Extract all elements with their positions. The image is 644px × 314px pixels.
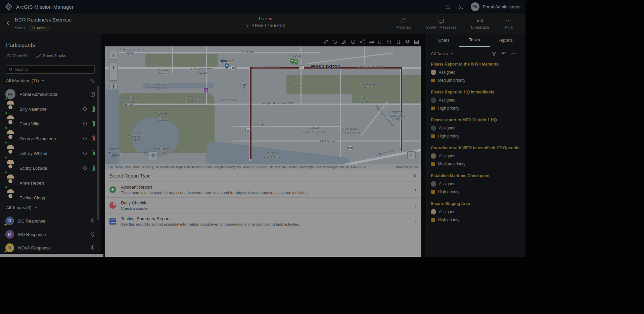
broadcasts-button[interactable]: Broadcasts (471, 18, 490, 29)
team-pin-icon[interactable] (90, 218, 95, 224)
priority-label: Medium priority (438, 162, 465, 166)
map-label: Water Transportation Landing (126, 131, 148, 142)
map-label: Constitution Ave NW (253, 65, 280, 69)
app-launcher-icon[interactable] (445, 4, 451, 10)
battery-icon (92, 107, 95, 112)
member-row[interactable]: Clara Villa (0, 116, 101, 131)
member-row[interactable]: Scotty Lozada (0, 161, 101, 175)
more-button[interactable]: More (504, 18, 513, 29)
map-pin-icon (293, 59, 298, 66)
report-type-tactical-summary[interactable]: Tactical Summary Report Use this report … (105, 213, 421, 229)
participants-panel: Participants View All Show Tracks All Me… (0, 34, 101, 257)
member-list-scrollbar[interactable] (97, 86, 99, 220)
compass-icon[interactable] (109, 82, 118, 91)
member-row[interactable]: Evelyn Clegg (0, 190, 101, 200)
online-status-icon (5, 171, 8, 174)
time-extent-filter-icon (246, 23, 250, 27)
assigned-label: Assigned (439, 182, 455, 186)
zoom-out-button[interactable]: − (109, 72, 118, 80)
share-icon[interactable] (359, 39, 365, 45)
horizontal-scrollbar[interactable] (0, 254, 103, 257)
locate-member-icon[interactable] (82, 106, 88, 112)
live-dot-icon (269, 18, 272, 20)
member-row[interactable]: Billy Valentine (0, 102, 101, 116)
materials-button[interactable]: Materials (396, 18, 411, 29)
all-members-header[interactable]: All Members (11) (6, 78, 95, 83)
task-item[interactable]: Please report to MPD District 1 HQ Assig… (426, 114, 524, 142)
collapse-panel-button[interactable]: « (407, 151, 416, 159)
team-pin-icon[interactable] (90, 232, 95, 237)
layers-icon[interactable] (405, 39, 410, 45)
map-label: National Mall (294, 83, 312, 87)
back-button[interactable] (5, 19, 11, 26)
member-name: Billy Valentine (19, 107, 82, 112)
search-input[interactable] (15, 67, 92, 72)
task-title: Establish Maritime Checkpoint (431, 173, 519, 178)
table-icon[interactable] (414, 39, 419, 45)
history-icon[interactable] (350, 39, 356, 45)
tab-tasks[interactable]: Tasks (459, 34, 490, 47)
mission-header: NCR Readiness Exercise Status: Active Li… (0, 13, 525, 34)
bookmark-icon[interactable] (396, 39, 401, 45)
task-item[interactable]: Coordinate with WFO to establish CP Oper… (426, 142, 524, 170)
task-filter-dropdown[interactable]: All Tasks (431, 51, 454, 56)
user-avatar[interactable]: PA (471, 2, 479, 11)
team-pin-icon[interactable] (90, 245, 95, 250)
task-item[interactable]: Establish Maritime Checkpoint Assigned H… (426, 170, 524, 198)
locate-member-icon[interactable] (82, 151, 88, 156)
more-options-icon[interactable] (511, 51, 516, 56)
locate-button[interactable] (149, 151, 157, 160)
view-all-button[interactable]: View All (6, 53, 27, 58)
dark-mode-icon[interactable] (458, 4, 464, 10)
locate-member-icon[interactable] (82, 121, 88, 126)
assigned-label: Assigned (439, 154, 455, 158)
all-teams-header[interactable]: All Teams (3) (6, 205, 95, 210)
priority-icon (431, 162, 435, 166)
assignee-avatar (431, 153, 436, 159)
zoom-in-button[interactable]: + (109, 63, 118, 72)
team-row[interactable]: N★ NOVA Response (0, 241, 101, 254)
team-row[interactable]: M MD Response (0, 228, 101, 241)
home-button[interactable]: ⌂ (109, 51, 118, 60)
task-item[interactable]: Please Report to HQ Immediately Assigned… (426, 86, 524, 114)
member-row[interactable]: George Shingleton (0, 131, 101, 146)
task-item[interactable]: Please Report to the WWII Memorial Assig… (426, 58, 524, 86)
select-icon[interactable] (332, 39, 338, 45)
geofence-square[interactable] (204, 88, 208, 92)
member-log-icon[interactable] (90, 91, 95, 97)
user-name[interactable]: Portal Administrator (483, 4, 521, 9)
chevron-down-icon (450, 52, 454, 55)
search-icon[interactable] (386, 39, 392, 45)
task-title: Secure Staging Area (431, 201, 519, 206)
participant-search[interactable] (6, 65, 95, 74)
chevron-down-icon (34, 206, 38, 209)
participant-marker-sjlozada[interactable]: sjlozada (216, 59, 237, 70)
extent-icon[interactable] (377, 39, 383, 45)
tab-reports[interactable]: Reports (490, 34, 520, 47)
eraser-icon[interactable] (341, 39, 347, 45)
mission-map[interactable]: 50 1 1 295 Washington Constitution Ave N… (105, 46, 421, 170)
system-messages-button[interactable]: System Messages (426, 18, 456, 29)
member-row[interactable]: PA Portal Administrator (0, 87, 101, 102)
report-type-daily-checkin[interactable]: Daily Checkin Checkin counter › (105, 198, 421, 213)
time-extent[interactable]: 4 Hour Time Extent (235, 23, 295, 27)
locate-member-icon[interactable] (82, 136, 88, 141)
show-tracks-button[interactable]: Show Tracks (36, 53, 66, 58)
member-list-options-icon[interactable] (90, 78, 95, 83)
team-row[interactable]: D★ DC Response (0, 214, 101, 228)
assignee-avatar (431, 209, 436, 214)
filter-icon[interactable] (492, 51, 497, 56)
member-row[interactable]: Anne Hebert (0, 175, 101, 190)
measure-icon[interactable] (368, 39, 374, 45)
sort-icon[interactable] (501, 51, 506, 56)
assigned-label: Assigned (439, 209, 455, 214)
report-type-accident[interactable]: Accident Report This report is to be use… (105, 182, 421, 198)
task-item[interactable]: Secure Staging Area Assigned High priori… (426, 198, 524, 226)
team-avatar: M (5, 230, 14, 239)
close-icon[interactable]: × (413, 173, 416, 179)
participant-marker-cvilla[interactable]: cvilla (286, 54, 308, 65)
member-row[interactable]: Jeffrey Whited (0, 146, 101, 161)
tab-chats[interactable]: Chats (428, 34, 459, 47)
sketch-icon[interactable] (323, 39, 329, 45)
locate-member-icon[interactable] (82, 165, 88, 171)
